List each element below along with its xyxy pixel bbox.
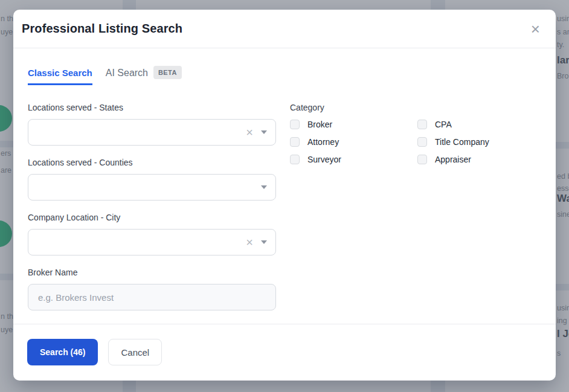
close-icon[interactable]: × [531, 21, 540, 37]
search-button[interactable]: Search (46) [27, 339, 98, 365]
checkbox-icon[interactable] [417, 155, 427, 164]
city-field-group: Company Location - City × [28, 213, 276, 255]
dialog-title: Professional Listing Search [22, 22, 182, 36]
background-text-fragment: are [1, 166, 11, 175]
broker-name-label: Broker Name [28, 268, 276, 277]
background-text-fragment: ty. [557, 40, 564, 49]
city-label: Company Location - City [28, 213, 276, 222]
counties-field-group: Locations served - Counties [28, 158, 276, 201]
background-text-fragment: usin [557, 304, 569, 312]
form-left-column: Locations served - States × Locations se… [28, 103, 276, 323]
checkbox-label: CPA [435, 120, 452, 129]
clear-icon[interactable]: × [246, 126, 253, 138]
background-row-gap [0, 141, 13, 147]
background-row-gap [556, 284, 569, 291]
background-text-fragment: ing t [557, 316, 569, 325]
counties-select[interactable] [28, 174, 276, 201]
background-text-fragment: ers [1, 149, 11, 158]
avatar [0, 105, 12, 132]
checkbox-cpa[interactable]: CPA [417, 120, 541, 129]
tab-ai-search-label: AI Search [106, 68, 148, 78]
states-label: Locations served - States [28, 103, 276, 112]
checkbox-appraiser[interactable]: Appraiser [417, 155, 541, 164]
checkbox-broker[interactable]: Broker [290, 120, 417, 129]
background-row-gap [0, 274, 13, 280]
background-text-fragment: sine [557, 210, 569, 219]
checkbox-icon[interactable] [417, 120, 427, 129]
background-text-fragment: n th [1, 14, 13, 23]
chevron-down-icon[interactable] [261, 130, 267, 134]
tab-ai-search[interactable]: AI SearchBETA [106, 67, 182, 80]
background-text-fragment: s [557, 349, 561, 358]
checkbox-attorney[interactable]: Attorney [290, 137, 417, 147]
checkbox-surveyor[interactable]: Surveyor [290, 155, 417, 164]
dialog-footer: Search (46) Cancel [13, 324, 556, 381]
checkbox-label: Title Company [435, 137, 489, 147]
background-text-fragment: esses [557, 184, 569, 193]
tab-classic-search[interactable]: Classic Search [28, 68, 92, 85]
checkbox-label: Broker [307, 120, 332, 129]
background-row-gap [556, 142, 569, 149]
background-text-fragment: l Jo [557, 330, 569, 338]
chevron-down-icon[interactable] [261, 240, 267, 244]
background-text-fragment: Broke [557, 72, 569, 80]
chevron-down-icon[interactable] [261, 185, 267, 189]
search-form: Locations served - States × Locations se… [28, 103, 541, 323]
states-field-group: Locations served - States × [28, 103, 276, 146]
search-mode-tabs: Classic Search AI SearchBETA [28, 67, 541, 85]
clear-icon[interactable]: × [246, 236, 253, 248]
dialog-body: Classic Search AI SearchBETA Locations s… [13, 48, 556, 324]
checkbox-title-company[interactable]: Title Company [417, 137, 541, 147]
background-text-fragment: Walk [557, 194, 569, 203]
states-select[interactable]: × [28, 119, 276, 146]
avatar [0, 220, 12, 247]
background-text-fragment: uye [1, 326, 13, 334]
dialog-header: Professional Listing Search × [13, 10, 556, 48]
background-text-fragment: s an [557, 28, 569, 36]
checkbox-icon[interactable] [290, 155, 300, 164]
professional-listing-search-dialog: Professional Listing Search × Classic Se… [13, 10, 556, 381]
background-text-fragment: uye [1, 28, 13, 36]
checkbox-icon[interactable] [290, 120, 300, 129]
checkbox-icon[interactable] [290, 137, 300, 147]
form-right-column: Category Broker CPA Attorney [290, 103, 541, 323]
city-select[interactable]: × [28, 229, 276, 255]
background-text-fragment: larr [557, 56, 569, 65]
broker-name-field-group: Broker Name [28, 268, 276, 310]
checkbox-label: Attorney [307, 137, 339, 147]
beta-badge: BETA [153, 66, 182, 79]
broker-name-input[interactable] [28, 284, 276, 310]
background-left-strip: n th uye ers are n th uye [0, 0, 13, 392]
background-right-strip: usin s an ty. larr Broke ed b esses Walk… [556, 0, 569, 392]
category-checkbox-grid: Broker CPA Attorney Title Company [290, 120, 541, 164]
checkbox-label: Appraiser [435, 155, 471, 164]
counties-label: Locations served - Counties [28, 158, 276, 167]
checkbox-icon[interactable] [417, 137, 427, 147]
background-text-fragment: ed b [557, 172, 569, 181]
cancel-button[interactable]: Cancel [108, 339, 162, 365]
background-text-fragment: usin [557, 14, 569, 23]
category-label: Category [290, 103, 541, 112]
background-text-fragment: n th [1, 312, 13, 321]
checkbox-label: Surveyor [307, 155, 341, 164]
